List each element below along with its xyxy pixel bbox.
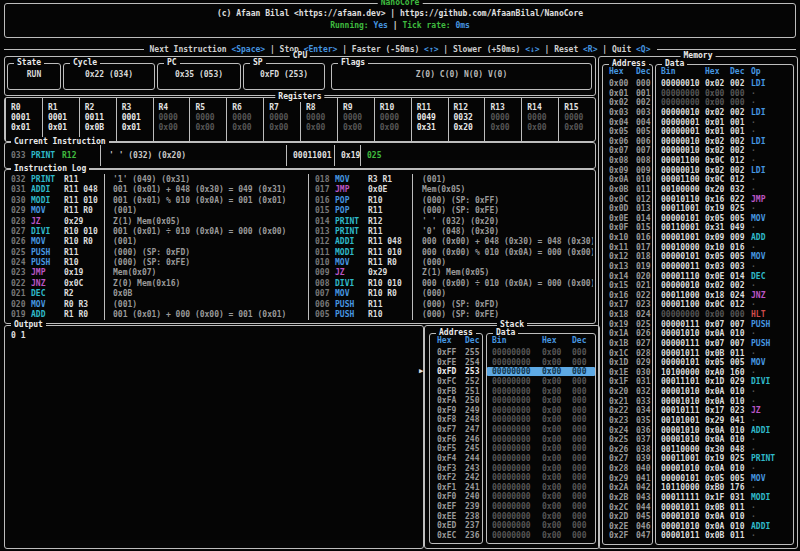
data-bin: 00000010 — [661, 166, 705, 175]
control-faster-50ms[interactable]: Faster (-50ms) <↑> — [352, 45, 439, 54]
log-line-number: 011 — [315, 248, 335, 257]
address-dec: 244 — [465, 454, 479, 463]
stack-data-row: 000000000x00000 — [487, 521, 595, 530]
divider — [412, 174, 413, 320]
address-dec: 245 — [465, 444, 479, 453]
log-args: 0x0E — [368, 185, 413, 194]
log-opcode: JZ — [335, 268, 368, 277]
register-r5: R500000x00 — [189, 98, 226, 141]
memory-address-row: 0x0E014 — [603, 214, 652, 223]
register-name: R8 — [306, 102, 337, 113]
log-detail: Mem(0x07) — [104, 268, 308, 277]
data-bin: 00000000 — [492, 387, 542, 396]
log-entry: 022JNZ0x0CZ(0) Mem(0x16) — [5, 279, 308, 288]
address-dec: 019 — [636, 262, 650, 271]
data-hex: 0x00 — [542, 464, 572, 473]
log-opcode: JNZ — [31, 279, 64, 288]
control-slower-50ms[interactable]: Slower (+50ms) <↓> — [453, 45, 540, 54]
data-hex: 0x00 — [542, 444, 572, 453]
data-bin: 00000000 — [661, 89, 705, 98]
log-args: R11 — [64, 175, 104, 184]
data-bin: 00110001 — [661, 223, 705, 232]
data-hex: 0x16 — [705, 195, 730, 204]
data-opcode: · — [751, 445, 793, 454]
current-detail: ' ' (032) (0x20) — [109, 151, 186, 160]
register-hex-value: 0x0B — [85, 123, 116, 133]
address-hex: 0x13 — [609, 262, 636, 271]
memory-address-row: 0x20032 — [603, 387, 652, 396]
address-hex: 0x28 — [609, 464, 636, 473]
data-bin: 00001010 — [661, 464, 705, 473]
address-hex: 0x2A — [609, 483, 636, 492]
log-entry: 006PUSHR11(000) (SP: 0xFD) — [309, 300, 593, 309]
memory-address-row: 0x0A010 — [603, 175, 652, 184]
data-opcode: LDI — [751, 137, 793, 146]
data-bin: 00000010 — [661, 281, 705, 290]
log-opcode: MODI — [31, 196, 64, 205]
log-args: R11 048 — [64, 185, 104, 194]
address-hex: 0x12 — [609, 252, 636, 261]
data-dec: 000 — [572, 377, 586, 386]
stack-data-row: 000000000x00000 — [487, 531, 595, 540]
log-args: R10 — [64, 258, 104, 267]
register-hex-value: 0x00 — [159, 123, 190, 133]
stack-address-headers: Hex Dec — [430, 336, 482, 346]
data-hex: 0x0B — [705, 349, 730, 358]
data-bin: 10110000 — [661, 483, 705, 492]
stack-data-row: 000000000x00000 — [487, 464, 595, 473]
memory-data-row: 000111110x1F031MODI — [656, 493, 793, 502]
data-dec: 007 — [730, 320, 751, 329]
memory-data-row: 000110010x19025PRINT — [656, 454, 793, 463]
log-opcode: PUSH — [335, 300, 368, 309]
log-args: R11 — [368, 206, 413, 215]
log-detail: (000) (SP: 0xFD) — [413, 300, 593, 309]
address-hex: 0x05 — [609, 127, 636, 136]
data-dec: 000 — [572, 502, 586, 511]
log-args: 0x0C — [64, 279, 104, 288]
log-args: R10 R0 — [64, 237, 104, 246]
control-reset[interactable]: Reset <R> — [554, 45, 597, 54]
address-dec: 038 — [636, 445, 650, 454]
data-bin: 00000101 — [661, 474, 705, 483]
data-hex: 0x00 — [705, 89, 730, 98]
address-hex: 0x24 — [609, 426, 636, 435]
data-hex: 0x00 — [542, 483, 572, 492]
data-hex: 0x0E — [705, 272, 730, 281]
register-name: R5 — [195, 102, 226, 113]
memory-data-row: 000011000x0C012· — [656, 156, 793, 165]
log-entry: 024PUSHR10(000) (SP: 0xFE) — [5, 258, 308, 267]
log-entry: 007MOVR10 R0(000) — [309, 289, 593, 298]
data-hex: 0x07 — [705, 339, 730, 348]
log-args: R11 010 — [64, 196, 104, 205]
log-opcode: MODI — [335, 248, 368, 257]
memory-address-row: 0x18024 — [603, 310, 652, 319]
cpu-sp-box: SP 0xFD (253) — [243, 63, 325, 90]
register-dec-value: 0049 — [417, 113, 448, 123]
control-next-instruction[interactable]: Next Instruction <Space> — [150, 45, 266, 54]
register-dec-value: 0000 — [527, 113, 558, 123]
data-hex: 0x00 — [542, 367, 572, 376]
log-detail: (000) (SP: 0xFE) — [104, 258, 308, 267]
log-detail: (000) (SP: 0xFE) — [413, 310, 593, 319]
control-quit[interactable]: Quit <Q> — [612, 45, 651, 54]
data-opcode: DIVI — [751, 377, 793, 386]
data-hex: 0x00 — [542, 377, 572, 386]
log-args: R11 — [368, 227, 413, 236]
stack-data-row: 000000000x00000 — [487, 425, 595, 434]
register-hex-value: 0x01 — [11, 123, 42, 133]
nanocore-terminal: NanoCore (c) Afaan Bilal <https://afaan.… — [0, 0, 800, 551]
log-opcode: PRINT — [31, 175, 64, 184]
data-bin: 00000000 — [492, 454, 542, 463]
status-line: Running: Yes | Tick rate: 0ms — [5, 20, 795, 32]
log-args: R11 048 — [368, 237, 413, 246]
cpu-sp-label: SP — [250, 58, 266, 68]
controls-items: Next Instruction <Space> | Stop <Enter> … — [150, 45, 651, 54]
data-opcode: · — [751, 243, 793, 252]
memory-address-row: 0x15021 — [603, 281, 652, 290]
memory-address-row: 0x1B027 — [603, 339, 652, 348]
log-column-right: 018MOVR3 R1(001)017JMP0x0EMem(0x05)016PO… — [309, 175, 593, 319]
log-entry: 014PRINTR12' ' (032) (0x20) — [309, 217, 593, 226]
data-dec: 000 — [572, 358, 586, 367]
log-entry: 015POPR11(000) (SP: 0xFE) — [309, 206, 593, 215]
address-dec: 249 — [465, 406, 479, 415]
